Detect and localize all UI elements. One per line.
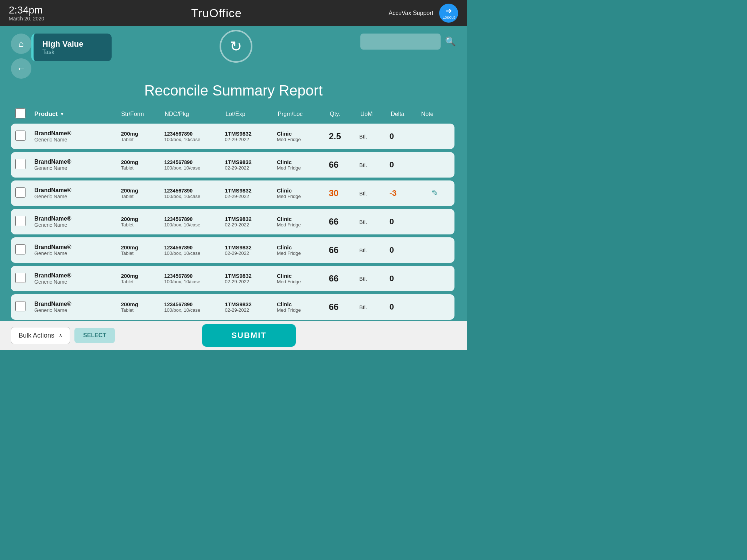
row-strength: 200mg: [121, 131, 165, 137]
edit-note-button[interactable]: ✎: [431, 188, 438, 198]
row-product: BrandName® Generic Name: [34, 272, 121, 285]
row-ndc: 1234567890: [164, 188, 225, 194]
row-product: BrandName® Generic Name: [34, 187, 121, 199]
column-uom: UoM: [360, 111, 391, 117]
search-button[interactable]: 🔍: [445, 36, 456, 47]
row-uom: Btl.: [359, 190, 390, 197]
column-qty: Qty.: [330, 111, 360, 117]
row-loc: Med Fridge: [277, 194, 329, 199]
search-input[interactable]: [360, 34, 441, 50]
support-label: AccuVax Support: [389, 10, 433, 16]
column-prgmloc: Prgm/Loc: [278, 111, 330, 117]
row-brand: BrandName®: [34, 272, 121, 279]
row-prgm-loc: Clinic Med Fridge: [277, 187, 329, 199]
row-delta: 0: [390, 160, 420, 170]
logout-arrow-icon: ➜: [445, 7, 452, 15]
search-icon: 🔍: [445, 36, 456, 46]
row-delta: -3: [390, 188, 420, 198]
row-lot-exp: 1TMS9832 02-29-2022: [225, 273, 277, 284]
back-icon: ←: [17, 63, 26, 74]
task-title: High Value: [42, 39, 103, 49]
home-icon: ⌂: [19, 39, 24, 49]
row-str-form: 200mg Tablet: [121, 301, 165, 313]
row-prgm: Clinic: [277, 216, 329, 222]
table-row: BrandName® Generic Name 200mg Tablet 123…: [11, 209, 454, 234]
search-area: 🔍: [360, 34, 456, 50]
table-header: Product ▼ Str/Form NDC/Pkg Lot/Exp Prgm/…: [11, 105, 456, 124]
row-ndc-pkg: 1234567890 100/box, 10/case: [164, 302, 225, 313]
row-generic: Generic Name: [34, 279, 121, 285]
submit-label: SUBMIT: [231, 331, 266, 340]
refresh-button[interactable]: ↻: [220, 30, 252, 63]
back-button[interactable]: ←: [11, 58, 31, 79]
row-lot: 1TMS9832: [225, 244, 277, 250]
table-row: BrandName® Generic Name 200mg Tablet 123…: [11, 266, 454, 291]
row-ndc-pkg: 1234567890 100/box, 10/case: [164, 159, 225, 171]
row-strength: 200mg: [121, 216, 165, 222]
row-checkbox[interactable]: [15, 244, 26, 254]
row-delta: 0: [390, 132, 420, 141]
table-row: BrandName® Generic Name 200mg Tablet 123…: [11, 152, 454, 178]
row-exp: 02-29-2022: [225, 279, 277, 284]
select-button[interactable]: SELECT: [74, 328, 115, 343]
row-str-form: 200mg Tablet: [121, 244, 165, 256]
column-strform: Str/Form: [121, 111, 165, 117]
row-lot-exp: 1TMS9832 02-29-2022: [225, 159, 277, 171]
row-ndc: 1234567890: [164, 216, 225, 222]
row-qty: 66: [329, 217, 359, 227]
row-form: Tablet: [121, 307, 165, 313]
row-str-form: 200mg Tablet: [121, 131, 165, 142]
row-checkbox[interactable]: [15, 301, 26, 311]
row-prgm: Clinic: [277, 273, 329, 279]
row-pkg: 100/box, 10/case: [164, 250, 225, 256]
bulk-actions-button[interactable]: Bulk Actions ∧: [11, 327, 70, 344]
row-qty: 66: [329, 302, 359, 312]
column-product[interactable]: Product ▼: [34, 110, 121, 118]
row-lot-exp: 1TMS9832 02-29-2022: [225, 244, 277, 256]
header-checkbox-cell: [15, 108, 34, 120]
row-checkbox[interactable]: [15, 216, 26, 226]
row-form: Tablet: [121, 250, 165, 256]
data-table: Product ▼ Str/Form NDC/Pkg Lot/Exp Prgm/…: [11, 105, 456, 321]
row-form: Tablet: [121, 222, 165, 228]
row-note: ✎: [420, 188, 450, 198]
row-delta: 0: [390, 302, 420, 312]
row-brand: BrandName®: [34, 215, 121, 222]
submit-button[interactable]: SUBMIT: [202, 324, 295, 347]
app-title: TruOffice: [191, 7, 242, 20]
home-button[interactable]: ⌂: [11, 34, 31, 54]
row-loc: Med Fridge: [277, 250, 329, 256]
logout-button[interactable]: ➜ Logout: [439, 4, 458, 23]
row-ndc: 1234567890: [164, 273, 225, 279]
column-note: Note: [421, 111, 452, 117]
row-strength: 200mg: [121, 187, 165, 194]
row-product: BrandName® Generic Name: [34, 130, 121, 143]
row-checkbox-cell: [15, 131, 34, 142]
select-all-checkbox[interactable]: [15, 108, 26, 118]
row-form: Tablet: [121, 194, 165, 199]
row-form: Tablet: [121, 137, 165, 142]
row-pkg: 100/box, 10/case: [164, 307, 225, 313]
row-ndc: 1234567890: [164, 302, 225, 307]
row-uom: Btl.: [359, 247, 390, 253]
row-qty: 30: [329, 188, 359, 198]
row-checkbox[interactable]: [15, 131, 26, 141]
row-exp: 02-29-2022: [225, 307, 277, 313]
table-row: BrandName® Generic Name 200mg Tablet 123…: [11, 294, 454, 320]
table-body: BrandName® Generic Name 200mg Tablet 123…: [11, 124, 456, 321]
row-form: Tablet: [121, 165, 165, 171]
row-checkbox[interactable]: [15, 273, 26, 283]
row-checkbox-cell: [15, 187, 34, 199]
row-uom: Btl.: [359, 162, 390, 168]
row-checkbox[interactable]: [15, 187, 26, 198]
row-uom: Btl.: [359, 276, 390, 282]
row-checkbox[interactable]: [15, 159, 26, 169]
bulk-actions-label: Bulk Actions: [19, 332, 54, 339]
row-lot: 1TMS9832: [225, 273, 277, 279]
row-prgm: Clinic: [277, 159, 329, 165]
select-label: SELECT: [83, 332, 106, 338]
row-generic: Generic Name: [34, 307, 121, 313]
row-uom: Btl.: [359, 133, 390, 140]
row-checkbox-cell: [15, 301, 34, 313]
row-brand: BrandName®: [34, 301, 121, 307]
